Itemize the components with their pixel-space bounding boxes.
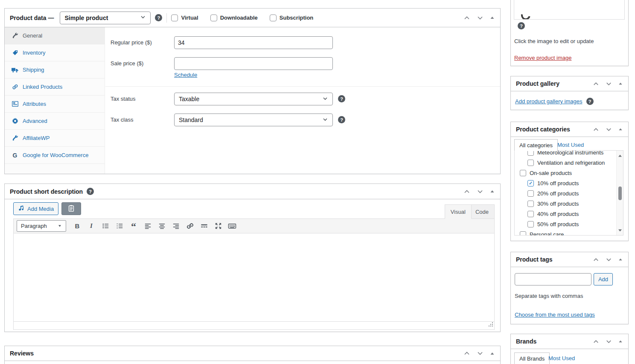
product-categories-panel: Product categories All categories Most U… bbox=[510, 122, 629, 241]
move-down-icon[interactable] bbox=[605, 256, 612, 263]
move-up-icon[interactable] bbox=[592, 80, 600, 87]
tab-general[interactable]: General bbox=[5, 27, 105, 44]
new-tag-input[interactable] bbox=[515, 273, 591, 285]
tab-all-brands[interactable]: All Brands bbox=[514, 352, 550, 364]
tab-most-used[interactable]: Most Used bbox=[557, 142, 584, 148]
help-icon[interactable]: ? bbox=[87, 188, 94, 195]
toggle-panel-icon[interactable] bbox=[489, 15, 495, 20]
tab-attributes[interactable]: Attributes bbox=[5, 96, 105, 113]
toggle-panel-icon[interactable] bbox=[618, 81, 623, 86]
add-media-button[interactable]: Add Media bbox=[13, 202, 58, 215]
tax-class-select[interactable]: Standard bbox=[174, 114, 333, 126]
choose-most-used-tags-link[interactable]: Choose from the most used tags bbox=[515, 312, 595, 318]
clipboard-button[interactable] bbox=[61, 202, 81, 215]
help-icon[interactable]: ? bbox=[338, 95, 345, 102]
subscription-checkbox[interactable]: Subscription bbox=[270, 15, 313, 21]
numbered-list-icon[interactable] bbox=[113, 221, 126, 232]
toggle-panel-icon[interactable] bbox=[618, 127, 623, 132]
category-row-checked[interactable]: ✓ 10% off products bbox=[515, 178, 616, 188]
scroll-up-icon[interactable] bbox=[618, 152, 622, 159]
read-more-icon[interactable] bbox=[198, 221, 210, 232]
toggle-panel-icon[interactable] bbox=[618, 339, 623, 344]
move-down-icon[interactable] bbox=[605, 80, 612, 87]
editor-content-area[interactable] bbox=[14, 234, 494, 321]
schedule-link[interactable]: Schedule bbox=[174, 72, 197, 78]
tab-linked-products[interactable]: Linked Products bbox=[5, 79, 105, 96]
sale-price-input[interactable] bbox=[174, 57, 333, 70]
link-icon[interactable] bbox=[184, 221, 196, 232]
checkbox-icon bbox=[527, 201, 534, 207]
add-tag-button[interactable]: Add bbox=[594, 273, 613, 285]
tab-google-for-woocommerce[interactable]: G Google for WooCommerce bbox=[5, 147, 105, 164]
reviews-title: Reviews bbox=[10, 350, 34, 357]
regular-price-input[interactable] bbox=[174, 36, 333, 49]
help-icon[interactable]: ? bbox=[518, 22, 525, 29]
category-row[interactable]: 20% off products bbox=[515, 188, 616, 198]
resize-grip-icon[interactable] bbox=[488, 322, 493, 329]
category-row[interactable]: 50% off products bbox=[515, 219, 616, 229]
help-icon[interactable]: ? bbox=[155, 14, 162, 21]
editor-status-bar bbox=[14, 321, 494, 329]
scrollbar[interactable] bbox=[616, 151, 623, 235]
move-up-icon[interactable] bbox=[463, 188, 471, 195]
category-row[interactable]: 40% off products bbox=[515, 209, 616, 219]
tab-all-categories[interactable]: All categories bbox=[514, 139, 558, 151]
fullscreen-icon[interactable] bbox=[212, 221, 224, 232]
tab-affiliatewp[interactable]: AffiliateWP bbox=[5, 130, 105, 147]
category-row[interactable]: Personal care bbox=[515, 229, 616, 236]
category-row[interactable]: Ventilation and refrigeration bbox=[515, 157, 616, 168]
move-down-icon[interactable] bbox=[605, 338, 612, 345]
move-down-icon[interactable] bbox=[605, 126, 612, 133]
help-icon[interactable]: ? bbox=[338, 116, 345, 123]
remove-product-image-link[interactable]: Remove product image bbox=[514, 55, 571, 61]
tab-shipping[interactable]: Shipping bbox=[5, 61, 105, 79]
panel-order-controls bbox=[463, 188, 495, 195]
move-up-icon[interactable] bbox=[463, 14, 471, 22]
short-description-header: Product short description ? bbox=[5, 184, 500, 199]
category-row[interactable]: Meteorological instruments bbox=[515, 150, 616, 157]
help-icon[interactable]: ? bbox=[586, 98, 594, 105]
virtual-checkbox[interactable]: Virtual bbox=[171, 15, 198, 21]
align-right-icon[interactable] bbox=[169, 221, 182, 232]
move-down-icon[interactable] bbox=[476, 14, 484, 22]
blockquote-icon[interactable]: “ bbox=[127, 221, 140, 232]
category-label: Personal care bbox=[530, 231, 564, 236]
align-center-icon[interactable] bbox=[155, 221, 168, 232]
tab-label: Google for WooCommerce bbox=[23, 152, 88, 158]
move-up-icon[interactable] bbox=[592, 126, 600, 133]
category-row[interactable]: 30% off products bbox=[515, 198, 616, 209]
toggle-panel-icon[interactable] bbox=[618, 257, 623, 262]
move-up-icon[interactable] bbox=[592, 338, 600, 345]
visual-tab[interactable]: Visual bbox=[445, 204, 472, 219]
tab-advanced[interactable]: Advanced bbox=[5, 113, 105, 130]
move-down-icon[interactable] bbox=[476, 349, 484, 357]
align-left-icon[interactable] bbox=[141, 221, 154, 232]
tab-inventory[interactable]: Inventory bbox=[5, 44, 105, 61]
bulleted-list-icon[interactable] bbox=[99, 221, 112, 232]
italic-button[interactable]: I bbox=[85, 221, 98, 232]
keyboard-icon[interactable] bbox=[226, 221, 239, 232]
toggle-panel-icon[interactable] bbox=[489, 351, 495, 356]
tab-most-used[interactable]: Most Used bbox=[548, 355, 575, 361]
move-up-icon[interactable] bbox=[592, 256, 600, 263]
product-type-select[interactable]: Simple product bbox=[60, 12, 151, 24]
tab-label: All categories bbox=[519, 142, 553, 149]
paragraph-format-select[interactable]: Paragraph bbox=[17, 220, 66, 232]
code-tab[interactable]: Code bbox=[469, 204, 495, 219]
scrollbar-thumb[interactable] bbox=[618, 186, 622, 200]
scroll-down-icon[interactable] bbox=[618, 227, 622, 233]
tax-status-select[interactable]: Taxable bbox=[174, 93, 333, 105]
bold-button[interactable]: B bbox=[71, 221, 84, 232]
move-down-icon[interactable] bbox=[476, 188, 484, 195]
category-row[interactable]: On-sale products bbox=[515, 168, 616, 178]
toggle-panel-icon[interactable] bbox=[489, 189, 495, 194]
add-product-gallery-images-link[interactable]: Add product gallery images bbox=[515, 98, 583, 105]
tab-label: Attributes bbox=[23, 101, 46, 107]
panel-order-controls bbox=[592, 338, 623, 345]
checkbox-checked-icon: ✓ bbox=[527, 180, 534, 186]
move-up-icon[interactable] bbox=[463, 349, 471, 357]
editor-container: Paragraph B I “ bbox=[13, 218, 495, 330]
featured-image-thumbnail[interactable] bbox=[514, 0, 625, 20]
downloadable-checkbox[interactable]: Downloadable bbox=[210, 15, 258, 21]
featured-image-hint: Click the image to edit or update bbox=[514, 38, 594, 44]
